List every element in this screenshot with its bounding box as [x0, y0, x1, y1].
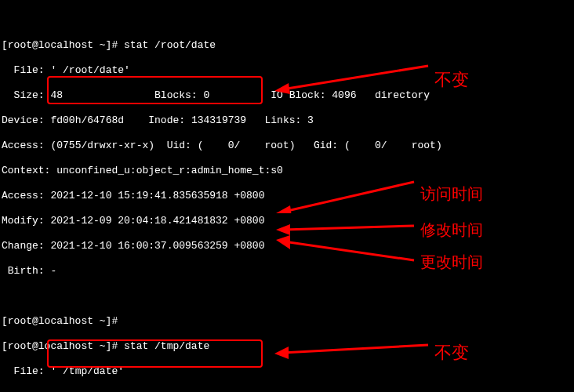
birth-line: Birth: -: [2, 265, 574, 278]
access-time-line: Access: 2021-12-10 15:19:41.835635918 +0…: [2, 190, 574, 202]
file-line: File: ' /tmp/date': [2, 365, 574, 378]
change-time-line: Change: 2021-12-10 16:00:37.009563259 +0…: [2, 240, 574, 252]
file-path: ' /tmp/date': [50, 365, 124, 377]
modify-time-line: Modify: 2021-12-09 20:04:18.421481832 +0…: [2, 215, 574, 227]
access-perm-line: Access: (0755/drwxr-xr-x) Uid: ( 0/ root…: [2, 140, 574, 152]
prompt-line[interactable]: [root@localhost ~]#: [2, 315, 574, 328]
device-line: Device: fd00h/64768d Inode: 134319739 Li…: [2, 114, 574, 127]
terminal-output: [root@localhost ~]# stat /root/date File…: [0, 0, 574, 392]
file-path: ' /root/date': [50, 64, 129, 76]
prompt-line: [root@localhost ~]# stat /root/date: [2, 39, 574, 52]
context-line: Context: unconfined_u:object_r:admin_hom…: [2, 165, 574, 177]
prompt-line: [root@localhost ~]# stat /tmp/date: [2, 340, 574, 353]
file-line: File: ' /root/date': [2, 64, 574, 77]
size-line: Size: 48 Blocks: 0 IO Block: 4096 direct…: [2, 89, 574, 102]
